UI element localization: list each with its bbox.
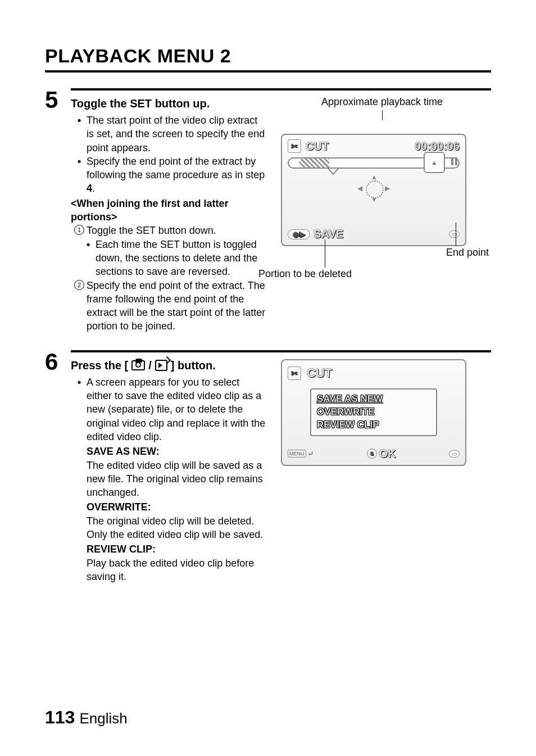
overwrite-block: OVERWRITE: The original video clip will … — [71, 500, 267, 541]
overwrite-text: The original video clip will be deleted.… — [87, 514, 267, 542]
option-overwrite: OVERWRITE — [317, 406, 430, 419]
page-language: English — [79, 710, 127, 727]
device-screen-cut: ✂ CUT 00:00:06 ▲ — [281, 134, 466, 246]
save-options-box: SAVE AS NEW OVERWRITE REVIEW CLIP — [310, 388, 437, 436]
step-5-n1-text: Toggle the SET button down. — [87, 225, 216, 236]
callout-line — [382, 110, 383, 120]
back-arrow-icon: ⤶ — [307, 449, 314, 458]
pause-icon — [451, 157, 457, 165]
camera-icon — [131, 360, 145, 370]
step-5-subhead: <When joining the first and latter porti… — [71, 197, 267, 224]
playback-icon — [155, 360, 167, 371]
scissors-icon: ✂ — [288, 139, 301, 153]
callout-line-portion — [325, 239, 325, 268]
step-number-5: 5 — [45, 88, 71, 112]
device2-bottombar: MENU ⤶ S OK ▭ — [288, 447, 460, 460]
circled-two-icon: 2 — [74, 280, 84, 290]
playback-time: 00:00:06 — [415, 140, 460, 153]
save-label-row: ◉/▶ SAVE — [288, 228, 343, 241]
battery-icon: ▭ — [449, 230, 460, 238]
step-6-body: Press the [ / ] button. A screen appears… — [71, 350, 491, 583]
joystick-icon: ▲▼ ◀▶ — [361, 175, 387, 201]
option-save-as-new: SAVE AS NEW — [317, 393, 430, 406]
step-5-b2-num: 4 — [87, 183, 92, 194]
approx-time-label: Approximate playback time — [281, 96, 483, 108]
scissors-icon-2: ✂ — [288, 366, 301, 380]
end-point-label: End point — [446, 247, 489, 259]
circled-one-icon: 1 — [74, 225, 84, 235]
step-6: 6 Press the [ / ] button. A screen appea… — [45, 350, 491, 583]
timeline-kept-region — [299, 159, 329, 168]
step-5-b2-post: . — [92, 183, 95, 194]
timeline: ▲ — [288, 157, 460, 169]
save-as-new-block: SAVE AS NEW: The edited video clip will … — [71, 445, 267, 499]
step-5-heading: Toggle the SET button up. — [71, 96, 267, 111]
step-6-text: Press the [ / ] button. A screen appears… — [71, 358, 267, 583]
ok-label: OK — [379, 447, 396, 460]
overwrite-head: OVERWRITE: — [87, 500, 267, 514]
cut-label: CUT — [306, 140, 329, 153]
step-5-body: Toggle the SET button up. The start poin… — [71, 88, 491, 333]
device1-bottombar: ◉/▶ SAVE ▭ — [288, 228, 460, 241]
camera-play-pill-icon: ◉/▶ — [288, 229, 310, 239]
device2-topbar: ✂ CUT — [288, 366, 460, 381]
page-title: PLAYBACK MENU 2 — [45, 45, 491, 73]
step-6-figure-col: ✂ CUT SAVE AS NEW OVERWRITE REVIEW CLIP … — [281, 358, 491, 583]
menu-back-group: MENU ⤶ — [288, 449, 314, 458]
callout-line-end — [456, 223, 456, 246]
portion-deleted-label: Portion to be deleted — [258, 268, 352, 280]
step-5-figure: Approximate playback time ✂ CUT 00:00:06 — [281, 96, 483, 246]
save-as-new-text: The edited video clip will be saved as a… — [87, 459, 267, 500]
step-5-b2-pre: Specify the end point of the extract by … — [87, 156, 265, 180]
step-5-n2-text: Specify the end point of the extract. Th… — [87, 280, 265, 332]
save-as-new-head: SAVE AS NEW: — [87, 445, 267, 458]
slash: / — [148, 358, 152, 373]
menu-icon: MENU — [288, 450, 306, 458]
page: PLAYBACK MENU 2 5 Toggle the SET button … — [0, 0, 536, 756]
review-clip-text: Play back the edited video clip before s… — [87, 556, 267, 584]
device1-topbar: ✂ CUT 00:00:06 — [288, 139, 460, 153]
step-5-num-1: 1 Toggle the SET button down. — [71, 224, 267, 237]
step6-heading-pre: Press the [ — [71, 358, 128, 373]
step-5-num-2: 2 Specify the end point of the extract. … — [71, 279, 267, 333]
ok-group: S OK — [367, 447, 396, 460]
step-5: 5 Toggle the SET button up. The start po… — [45, 88, 491, 333]
step-5-figure-col: Approximate playback time ✂ CUT 00:00:06 — [281, 96, 491, 333]
option-review-clip: REVIEW CLIP — [317, 419, 430, 432]
step6-heading-post: ] button. — [171, 358, 216, 373]
save-label: SAVE — [314, 228, 343, 241]
timeline-start-marker-icon — [328, 164, 339, 175]
page-number-value: 113 — [45, 707, 75, 727]
review-clip-block: REVIEW CLIP: Play back the edited video … — [71, 542, 267, 583]
page-number: 113English — [45, 707, 128, 728]
step-5-text: Toggle the SET button up. The start poin… — [71, 96, 267, 333]
step-5-n1-bullet: Each time the SET button is toggled down… — [71, 238, 267, 279]
step-5-bullet-2: Specify the end point of the extract by … — [71, 155, 267, 196]
cut-label-2: CUT — [307, 366, 332, 381]
device-screen-save-dialog: ✂ CUT SAVE AS NEW OVERWRITE REVIEW CLIP … — [281, 359, 466, 466]
battery-icon-2: ▭ — [449, 450, 460, 458]
step-6-heading: Press the [ / ] button. — [71, 358, 267, 373]
review-clip-head: REVIEW CLIP: — [87, 542, 267, 556]
device1-top-left: ✂ CUT — [288, 139, 329, 153]
set-coin-icon: S — [367, 449, 377, 459]
step-5-bullet-1: The start point of the video clip extrac… — [71, 114, 267, 155]
step-number-6: 6 — [45, 350, 71, 374]
step-6-bullet-1: A screen appears for you to select eithe… — [71, 375, 267, 443]
timeline-cursor-icon: ▲ — [424, 152, 445, 173]
